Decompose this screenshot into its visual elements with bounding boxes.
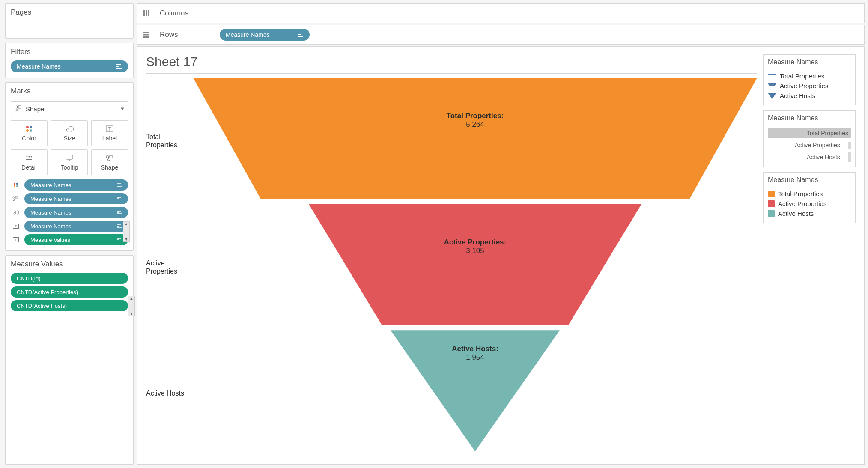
- legend-title: Measure Names: [764, 55, 855, 69]
- legend-item[interactable]: Active Properties: [766, 139, 853, 151]
- marks-detail-button[interactable]: Detail: [11, 149, 48, 175]
- label: Active Hosts:: [452, 345, 498, 353]
- legend-item[interactable]: Active Hosts: [768, 209, 851, 218]
- data-label: Active Hosts: 1,954: [420, 345, 531, 362]
- svg-point-11: [29, 156, 30, 158]
- funnel-segment-active-props[interactable]: Active Properties: 3,105: [309, 204, 641, 325]
- legend-label: Active Properties: [780, 82, 828, 89]
- scrollbar[interactable]: ▲▼: [128, 296, 135, 316]
- svg-point-3: [30, 126, 32, 128]
- label: Color: [22, 135, 36, 142]
- funnel-row-total: Total Properties Total Properties: 5,264: [146, 78, 757, 204]
- select-value: Shape: [26, 105, 44, 113]
- legend-item[interactable]: Total Properties: [768, 71, 851, 81]
- svg-point-17: [14, 183, 15, 185]
- legend-label: Total Properties: [807, 130, 848, 137]
- marks-type-select[interactable]: Shape ▾: [11, 101, 128, 116]
- trapezoid-icon: [768, 83, 776, 89]
- svg-point-18: [16, 183, 18, 185]
- viz-inner: Sheet 17 Total Properties Total Properti…: [146, 54, 757, 456]
- shape-legend-card: Measure Names Total Properties Active Pr…: [763, 54, 856, 105]
- sort-icon: [298, 31, 304, 38]
- svg-point-20: [16, 185, 18, 187]
- mark-row[interactable]: Measure Names: [11, 193, 128, 204]
- app-root: Pages Filters Measure Names Marks: [0, 0, 868, 468]
- sort-icon: [116, 63, 123, 70]
- svg-point-12: [31, 156, 32, 158]
- rows-content[interactable]: Measure Names: [220, 29, 860, 41]
- trapezoid-shape: [309, 204, 641, 325]
- legend-item[interactable]: Active Properties: [768, 81, 851, 91]
- mark-row[interactable]: Measure Names: [11, 179, 128, 191]
- sort-icon: [116, 195, 123, 202]
- label: Shape: [101, 164, 118, 171]
- legend-item[interactable]: Active Properties: [768, 199, 851, 209]
- svg-point-10: [27, 156, 28, 158]
- sort-icon: [116, 223, 123, 230]
- svg-rect-32: [143, 32, 149, 33]
- marks-size-button[interactable]: Size: [51, 120, 88, 146]
- pages-body[interactable]: [6, 21, 133, 38]
- funnel-segment-active-hosts[interactable]: Active Hosts: 1,954: [391, 330, 560, 451]
- detail-icon: [25, 154, 33, 162]
- mark-row[interactable]: T Measure Names: [11, 221, 128, 232]
- pill[interactable]: Measure Names: [24, 193, 128, 204]
- scroll-up-icon[interactable]: ▲: [123, 222, 129, 226]
- svg-point-15: [106, 155, 109, 158]
- rows-pill-measure-names[interactable]: Measure Names: [220, 29, 310, 41]
- scroll-up-icon[interactable]: ▲: [128, 296, 134, 301]
- marks-grid: Color Size T Label: [11, 120, 128, 175]
- legend-label: Total Properties: [780, 72, 824, 80]
- svg-rect-31: [148, 10, 149, 16]
- marks-color-button[interactable]: Color: [11, 120, 48, 146]
- pill[interactable]: Measure Names: [24, 221, 128, 232]
- marks-label-button[interactable]: T Label: [91, 120, 128, 146]
- label-icon: T: [11, 222, 21, 230]
- value: 5,264: [466, 120, 484, 128]
- pill[interactable]: Measure Values: [24, 234, 128, 245]
- mv-pill[interactable]: CNTD(Id): [11, 273, 128, 284]
- shapes-icon: [15, 105, 22, 113]
- mark-row[interactable]: T Measure Values: [11, 234, 128, 245]
- legend-item[interactable]: Total Properties: [766, 127, 853, 139]
- svg-rect-16: [110, 155, 112, 158]
- size-legend-card: Measure Names Total Properties Active Pr…: [763, 110, 856, 167]
- scroll-down-icon[interactable]: ▼: [128, 312, 134, 316]
- left-sidebar: Pages Filters Measure Names Marks: [0, 0, 137, 468]
- mv-pill[interactable]: CNTD(Active Properties): [11, 286, 128, 298]
- legend-item[interactable]: Active Hosts: [768, 91, 851, 101]
- legend-body: Total Properties Active Properties Activ…: [764, 69, 855, 105]
- marks-tooltip-button[interactable]: Tooltip: [51, 149, 88, 175]
- svg-point-7: [69, 126, 74, 131]
- pill-label: CNTD(Active Hosts): [17, 303, 67, 309]
- sheet-title[interactable]: Sheet 17: [146, 54, 757, 74]
- scroll-down-icon[interactable]: ▼: [123, 237, 129, 241]
- pill-label: Measure Names: [30, 209, 71, 216]
- size-sample-icon: [848, 152, 851, 162]
- legend-item[interactable]: Active Hosts: [766, 151, 853, 163]
- mark-row[interactable]: Measure Names: [11, 207, 128, 218]
- legend-label: Active Properties: [778, 200, 826, 207]
- rows-shelf[interactable]: Rows Measure Names: [137, 25, 865, 45]
- label: Label: [102, 135, 117, 142]
- measure-values-card: Measure Values CNTD(Id) CNTD(Active Prop…: [5, 255, 134, 465]
- svg-point-19: [14, 185, 15, 187]
- color-swatch-icon: [768, 210, 775, 217]
- scrollbar[interactable]: ▲▼: [123, 221, 130, 242]
- marks-shape-button[interactable]: Shape: [91, 149, 128, 175]
- row-header: Total Properties: [146, 133, 193, 149]
- shape-container: Active Hosts: 1,954: [193, 330, 757, 456]
- marks-pill-list: Measure Names Measure Names: [11, 179, 128, 245]
- row-header: Active Properties: [146, 259, 193, 275]
- pill-label: Measure Names: [30, 196, 71, 202]
- label: Total Properties:: [447, 112, 504, 120]
- funnel-segment-total[interactable]: Total Properties: 5,264: [193, 78, 757, 199]
- filter-pill-measure-names[interactable]: Measure Names: [11, 60, 128, 72]
- columns-shelf[interactable]: Columns: [137, 3, 865, 23]
- svg-point-21: [13, 197, 15, 198]
- legend-item[interactable]: Total Properties: [768, 189, 851, 199]
- mv-pill[interactable]: CNTD(Active Hosts): [11, 300, 128, 311]
- pill[interactable]: Measure Names: [24, 179, 128, 191]
- pill[interactable]: Measure Names: [24, 207, 128, 218]
- sort-icon: [116, 182, 123, 188]
